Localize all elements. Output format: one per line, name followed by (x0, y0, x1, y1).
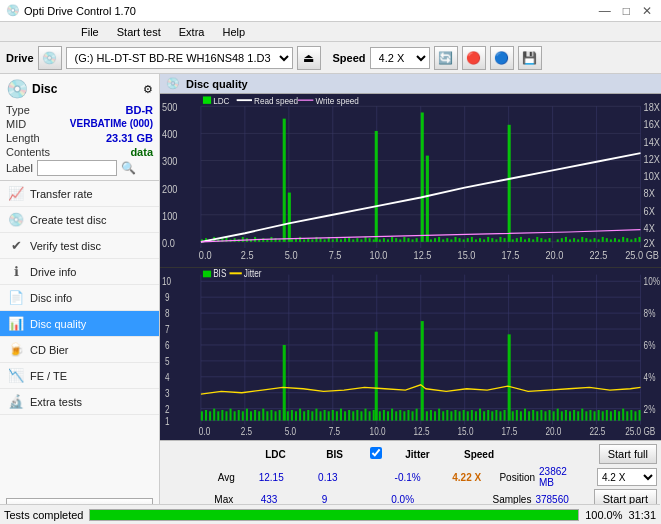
speed-dropdown[interactable]: 4.2 X (597, 468, 657, 486)
status-text: Tests completed (4, 509, 83, 521)
svg-rect-78 (324, 239, 326, 241)
svg-rect-99 (412, 239, 414, 241)
svg-rect-240 (344, 411, 346, 420)
max-bis: 9 (299, 494, 350, 505)
disc-icon: 💿 (6, 78, 28, 100)
svg-rect-214 (234, 411, 236, 420)
svg-rect-225 (279, 409, 281, 420)
nav-item-verify-test-disc[interactable]: ✔Verify test disc (0, 233, 159, 259)
save-btn[interactable]: 💾 (518, 46, 542, 70)
svg-rect-259 (430, 409, 432, 420)
svg-rect-243 (356, 409, 358, 420)
chart1-svg: 500 400 300 200 100 0.0 18X 16X 14X 12X … (160, 94, 661, 267)
svg-text:5: 5 (165, 354, 170, 366)
svg-rect-98 (407, 238, 409, 242)
svg-rect-93 (387, 239, 389, 241)
disc-contents-label: Contents (6, 146, 50, 158)
svg-text:1: 1 (165, 414, 170, 426)
svg-rect-133 (569, 239, 571, 241)
create-test-disc-icon: 💿 (8, 212, 24, 227)
svg-rect-104 (442, 239, 444, 241)
jitter-checkbox[interactable] (370, 447, 382, 459)
svg-rect-96 (399, 239, 401, 241)
menu-file[interactable] (4, 30, 14, 34)
nav-item-transfer-rate[interactable]: 📈Transfer rate (0, 181, 159, 207)
svg-rect-292 (569, 411, 571, 420)
menu-start-test[interactable]: Start test (112, 24, 166, 40)
svg-rect-297 (589, 409, 591, 420)
svg-rect-290 (561, 411, 563, 420)
svg-text:20.0: 20.0 (545, 425, 561, 437)
svg-rect-54 (242, 237, 244, 242)
disc-settings-icon[interactable]: ⚙ (143, 83, 153, 96)
svg-text:22.5: 22.5 (589, 249, 607, 261)
svg-rect-94 (391, 237, 393, 242)
menu-extra[interactable] (40, 30, 50, 34)
svg-rect-250 (387, 411, 389, 420)
svg-text:7.5: 7.5 (329, 249, 342, 261)
titlebar-left: 💿 Opti Drive Control 1.70 (6, 4, 136, 17)
settings-btn1[interactable]: 🔴 (462, 46, 486, 70)
eject-btn[interactable]: ⏏ (297, 46, 321, 70)
svg-rect-144 (614, 238, 616, 242)
refresh-btn[interactable]: 🔄 (434, 46, 458, 70)
svg-rect-213 (230, 408, 232, 420)
nav-item-extra-tests[interactable]: 🔬Extra tests (0, 389, 159, 415)
drive-select[interactable]: (G:) HL-DT-ST BD-RE WH16NS48 1.D3 (66, 47, 293, 69)
svg-rect-127 (540, 238, 542, 242)
disc-label-input[interactable] (37, 160, 117, 176)
menu-help[interactable] (58, 30, 68, 34)
stat-header-bis: BIS (307, 449, 362, 460)
menu-help[interactable]: Help (217, 24, 250, 40)
svg-rect-295 (581, 408, 583, 420)
nav-item-disc-quality[interactable]: 📊Disc quality (0, 311, 159, 337)
maximize-button[interactable]: □ (620, 4, 633, 18)
svg-text:14X: 14X (644, 136, 661, 148)
nav-label-disc-quality: Disc quality (30, 318, 86, 330)
menu-start-test[interactable] (22, 30, 32, 34)
nav-item-fe-te[interactable]: 📉FE / TE (0, 363, 159, 389)
menu-file[interactable]: File (76, 24, 104, 40)
speed-select[interactable]: 4.2 X (370, 47, 430, 69)
svg-rect-88 (364, 237, 366, 242)
svg-rect-221 (262, 408, 264, 420)
settings-btn2[interactable]: 🔵 (490, 46, 514, 70)
nav-item-drive-info[interactable]: ℹDrive info (0, 259, 159, 285)
disc-label-icon[interactable]: 🔍 (121, 161, 136, 175)
legend-ldc: LDC (213, 95, 230, 106)
svg-rect-267 (463, 409, 465, 420)
svg-text:4X: 4X (644, 222, 655, 234)
svg-rect-298 (594, 411, 596, 420)
nav-item-disc-info[interactable]: 📄Disc info (0, 285, 159, 311)
fe-te-icon: 📉 (8, 368, 24, 383)
svg-rect-231 (307, 409, 309, 420)
nav-label-fe-te: FE / TE (30, 370, 67, 382)
svg-rect-148 (630, 239, 632, 241)
svg-rect-266 (459, 411, 461, 420)
start-full-button[interactable]: Start full (599, 444, 657, 464)
svg-rect-142 (606, 238, 608, 242)
chart-bis: 10 9 8 7 6 5 4 3 2 1 10% 8% 6% 4% 2% (160, 267, 661, 441)
disc-mid-value: VERBATIMe (000) (70, 118, 153, 130)
drive-info-icon: ℹ (8, 264, 24, 279)
svg-rect-60 (508, 125, 511, 242)
menu-extra[interactable]: Extra (174, 24, 210, 40)
svg-rect-109 (463, 239, 465, 241)
minimize-button[interactable]: — (596, 4, 614, 18)
svg-rect-143 (610, 239, 612, 241)
svg-rect-108 (459, 238, 461, 242)
svg-rect-226 (287, 411, 289, 420)
svg-rect-75 (311, 239, 313, 241)
svg-rect-212 (225, 411, 227, 420)
svg-rect-146 (622, 237, 624, 242)
nav-item-cd-bier[interactable]: 🍺CD Bier (0, 337, 159, 363)
svg-rect-65 (262, 238, 264, 242)
close-button[interactable]: ✕ (639, 4, 655, 18)
svg-rect-103 (438, 237, 440, 242)
svg-rect-211 (221, 409, 223, 420)
svg-rect-137 (585, 238, 587, 242)
svg-rect-227 (291, 409, 293, 420)
drive-icon-btn[interactable]: 💿 (38, 46, 62, 70)
svg-text:25.0 GB: 25.0 GB (625, 249, 659, 261)
nav-item-create-test-disc[interactable]: 💿Create test disc (0, 207, 159, 233)
